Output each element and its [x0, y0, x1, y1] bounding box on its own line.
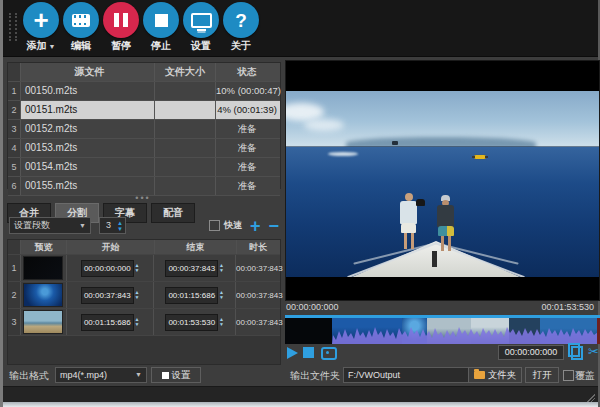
- window-bottom-edge: [3, 402, 598, 407]
- segment-count-stepper[interactable]: 3 ▲▼: [99, 217, 126, 234]
- video-preview: [285, 60, 600, 301]
- add-label: 添加: [27, 40, 47, 51]
- question-icon: ?: [235, 11, 247, 30]
- output-format-label: 输出格式: [9, 369, 49, 383]
- edit-button[interactable]: 编辑: [61, 2, 101, 53]
- distant-boat: [392, 141, 398, 145]
- copy-icon[interactable]: [571, 346, 583, 360]
- duration-value: 00:00:37:843: [236, 318, 280, 327]
- chevron-down-icon: ▼: [49, 43, 56, 50]
- segment-thumbnail: [23, 256, 63, 280]
- app-window: + 添加▼ 编辑 暂停 停止 设置 ? 关于 源文件 文件大小: [0, 0, 600, 407]
- segment-thumbnail: [23, 310, 63, 334]
- output-folder-label: 输出文件夹: [290, 369, 340, 383]
- table-row[interactable]: 4 00153.m2ts 准备: [8, 139, 280, 158]
- about-label: 关于: [231, 39, 251, 53]
- current-time-field[interactable]: 00:00:00:000: [498, 345, 564, 360]
- spinner-arrows-icon[interactable]: ▲▼: [219, 317, 224, 327]
- fast-mode-label: 快速: [224, 219, 242, 232]
- status-badge: 准备: [216, 120, 278, 138]
- scissors-icon[interactable]: ✂: [588, 344, 599, 359]
- player-controls: 00:00:00:000 ✂: [285, 344, 600, 362]
- duration-value: 00:00:37:843: [236, 291, 280, 300]
- table-row[interactable]: 1 00150.m2ts 10% (00:00:47): [8, 82, 280, 101]
- stop-icon: [155, 14, 168, 27]
- segment-row[interactable]: 3 00:01:15:686▲▼ 00:01:53:530▲▼ 00:00:37…: [8, 309, 280, 336]
- film-icon: [72, 14, 90, 27]
- pause-label: 暂停: [111, 39, 131, 53]
- fast-mode-checkbox[interactable]: [209, 220, 220, 231]
- camera: [416, 199, 425, 206]
- audio-waveform: [285, 319, 600, 344]
- output-format-select[interactable]: mp4(*.mp4) ▼: [55, 367, 147, 383]
- panel-splitter-handle[interactable]: •••: [133, 193, 153, 203]
- segment-thumbnail: [23, 283, 63, 307]
- format-settings-button[interactable]: 设置: [151, 367, 201, 383]
- timeline-end-time: 00:01:53:530: [541, 302, 594, 312]
- anchor-winch: [432, 251, 437, 267]
- status-bar: [3, 386, 598, 403]
- output-folder-field[interactable]: F:/VWOutput: [343, 367, 469, 383]
- start-time-field[interactable]: 00:00:00:000: [81, 260, 134, 277]
- timeline-start-time: 00:00:00:000: [286, 302, 339, 312]
- choose-folder-button[interactable]: 文件夹: [468, 367, 522, 383]
- status-badge: 准备: [216, 177, 278, 195]
- split-segments-table: 预览 开始 结束 时长 1 00:00:00:000▲▼ 00:00:37:84…: [7, 239, 281, 365]
- col-start: 开始: [67, 240, 155, 254]
- spinner-arrows-icon[interactable]: ▲▼: [219, 290, 224, 300]
- add-button[interactable]: + 添加▼: [21, 2, 61, 53]
- settings-button[interactable]: 设置: [181, 2, 221, 53]
- status-badge: 10% (00:00:47): [216, 82, 278, 100]
- start-time-field[interactable]: 00:01:15:686: [81, 314, 134, 331]
- col-file-size[interactable]: 文件大小: [155, 63, 216, 81]
- status-badge: 4% (00:01:39): [216, 101, 278, 119]
- duration-value: 00:00:37:843: [236, 264, 280, 273]
- start-time-field[interactable]: 00:00:37:843: [81, 287, 134, 304]
- edit-label: 编辑: [71, 39, 91, 53]
- snapshot-icon[interactable]: [321, 347, 337, 360]
- about-button[interactable]: ? 关于: [221, 2, 261, 53]
- table-row[interactable]: 5 00154.m2ts 准备: [8, 158, 280, 177]
- settings-label: 设置: [191, 39, 211, 53]
- split-table-header: 预览 开始 结束 时长: [8, 240, 280, 255]
- end-time-field[interactable]: 00:01:15:686: [165, 287, 218, 304]
- col-status[interactable]: 状态: [216, 63, 278, 81]
- chevron-down-icon: ▼: [79, 218, 86, 233]
- spinner-arrows-icon[interactable]: ▲▼: [219, 263, 224, 273]
- overwrite-checkbox[interactable]: [563, 370, 574, 381]
- stop-playback-icon[interactable]: [303, 347, 314, 358]
- stop-button[interactable]: 停止: [141, 2, 181, 53]
- add-segment-button[interactable]: +: [250, 219, 261, 233]
- main-toolbar: + 添加▼ 编辑 暂停 停止 设置 ? 关于: [3, 0, 598, 57]
- output-options-bar: 输出格式 mp4(*.mp4) ▼ 设置 输出文件夹 F:/VWOutput 文…: [3, 367, 598, 385]
- settings-square-icon: [162, 372, 169, 379]
- status-badge: 准备: [216, 139, 278, 157]
- folder-icon: [474, 371, 485, 379]
- pause-button[interactable]: 暂停: [101, 2, 141, 53]
- stop-label: 停止: [151, 39, 171, 53]
- pause-icon: [114, 13, 128, 27]
- chevron-down-icon: ▼: [135, 368, 142, 382]
- end-time-field[interactable]: 00:01:53:530: [165, 314, 218, 331]
- resize-grip[interactable]: [586, 393, 595, 402]
- table-row-selected[interactable]: 2 00151.m2ts 4% (00:01:39): [8, 101, 280, 120]
- toolbar-grip-handle[interactable]: [9, 13, 17, 41]
- col-source-file[interactable]: 源文件: [21, 63, 155, 81]
- spinner-arrows-icon[interactable]: ▲▼: [135, 317, 140, 327]
- spinner-arrows-icon[interactable]: ▲▼: [135, 290, 140, 300]
- segment-row[interactable]: 1 00:00:00:000▲▼ 00:00:37:843▲▼ 00:00:37…: [8, 255, 280, 282]
- remove-segment-button[interactable]: −: [268, 219, 279, 233]
- file-table-header: 源文件 文件大小 状态: [8, 63, 280, 82]
- segment-mode-select[interactable]: 设置段数 ▼: [9, 217, 91, 234]
- open-folder-button[interactable]: 打开: [525, 367, 559, 383]
- play-icon[interactable]: [287, 347, 298, 359]
- col-duration: 时长: [237, 241, 280, 254]
- monitor-icon: [191, 13, 212, 28]
- table-row[interactable]: 3 00152.m2ts 准备: [8, 120, 280, 139]
- segment-row[interactable]: 2 00:00:37:843▲▼ 00:01:15:686▲▼ 00:00:37…: [8, 282, 280, 309]
- timeline-strip[interactable]: [285, 315, 600, 344]
- boat-wake: [328, 152, 358, 156]
- split-controls: 设置段数 ▼ 3 ▲▼ 快速 + −: [7, 216, 281, 235]
- end-time-field[interactable]: 00:00:37:843: [165, 260, 218, 277]
- spinner-arrows-icon[interactable]: ▲▼: [135, 263, 140, 273]
